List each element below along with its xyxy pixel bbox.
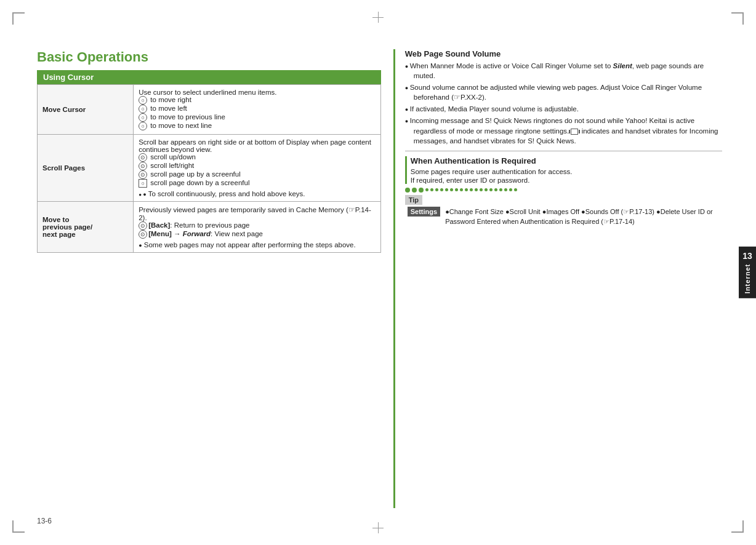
dot <box>430 188 433 191</box>
icon-scroll-pageup: ⊙ <box>139 170 147 179</box>
settings-label: Settings <box>408 207 440 217</box>
main-content: Basic Operations Using Cursor Move Curso… <box>37 49 722 508</box>
dot <box>470 188 473 191</box>
tip-label: Tip <box>405 195 422 205</box>
content-scroll-pages: Scroll bar appears on right side or at b… <box>134 135 381 202</box>
settings-text: ●Change Font Size ●Scroll Unit ●Images O… <box>445 207 722 227</box>
table-row: Move Cursor Use cursor to select underli… <box>38 85 381 135</box>
dot <box>440 188 443 191</box>
move-cursor-line4: ○ to move to previous line <box>139 113 376 122</box>
icon-prev: ○ <box>139 113 147 122</box>
web-sound-bullet-4: Incoming message and S! Quick News ringt… <box>405 116 722 145</box>
dot <box>435 188 438 191</box>
web-sound-bullet-2: Sound volume cannot be adjusted while vi… <box>405 82 722 102</box>
scroll-bullet: ● To scroll continuously, press and hold… <box>139 190 376 197</box>
auth-line1: Some pages require user authentication f… <box>411 168 722 175</box>
dot <box>499 188 502 191</box>
dot <box>489 188 493 191</box>
dot <box>504 188 507 191</box>
move-cursor-line5: ○ to move to next line <box>139 122 376 130</box>
movepage-line1: Previously viewed pages are temporarily … <box>139 205 376 221</box>
move-cursor-line1: Use cursor to select underlined menu ite… <box>139 89 376 96</box>
auth-section: When Authentication is Required Some pag… <box>405 156 722 184</box>
dot <box>485 188 488 191</box>
scroll-line3: ⊙ scroll left/right <box>139 162 376 170</box>
dot <box>465 188 468 191</box>
dot <box>455 188 458 191</box>
icon-scroll-updown: ⊙ <box>139 153 147 162</box>
icon-menu: ⊙ <box>139 230 147 239</box>
auth-line2: If required, enter user ID or password. <box>411 177 722 184</box>
dot <box>475 188 478 191</box>
page-number: 13-6 <box>37 517 52 525</box>
table-row: Move to previous page/ next page Previou… <box>38 202 381 253</box>
icon-next: ○ <box>139 122 147 130</box>
dot <box>460 188 463 191</box>
scroll-line5: ○ scroll page down by a screenful <box>139 179 376 188</box>
dot <box>425 188 428 191</box>
section-title: Basic Operations <box>37 49 381 65</box>
web-sound-title: Web Page Sound Volume <box>405 49 722 58</box>
movepage-line2: ⊙[Back]: Return to previous page <box>139 221 376 230</box>
content-table: Move Cursor Use cursor to select underli… <box>37 84 381 253</box>
label-move-page: Move to previous page/ next page <box>38 202 134 253</box>
label-scroll-pages: Scroll Pages <box>38 135 134 202</box>
corner-mark-tr <box>731 12 744 25</box>
dot <box>509 188 512 191</box>
tip-bar: Tip <box>405 195 722 205</box>
scroll-line2: ⊙ scroll up/down <box>139 153 376 162</box>
label-move-cursor: Move Cursor <box>38 85 134 135</box>
icon-back: ⊙ <box>139 221 147 230</box>
dot <box>450 188 453 191</box>
movepage-line3: ⊙[Menu] → Forward: View next page <box>139 230 376 239</box>
corner-mark-br <box>731 520 744 533</box>
dotted-separator <box>405 188 722 193</box>
scroll-line1: Scroll bar appears on right side or at b… <box>139 138 376 153</box>
dot <box>494 188 497 191</box>
scroll-line4: ⊙ scroll page up by a screenful <box>139 170 376 179</box>
vibrate-icon <box>571 129 578 135</box>
move-cursor-line2: ○ to move right <box>139 96 376 105</box>
corner-mark-bl <box>12 520 25 533</box>
dot <box>480 188 483 191</box>
icon-scroll-lr: ⊙ <box>139 162 147 170</box>
dot <box>419 188 424 193</box>
content-move-cursor: Use cursor to select underlined menu ite… <box>134 85 381 135</box>
side-tab-number: 13 <box>742 252 752 260</box>
auth-title: When Authentication is Required <box>411 156 722 165</box>
right-column: Web Page Sound Volume When Manner Mode i… <box>393 49 722 508</box>
side-tab-text: Internet <box>744 264 751 293</box>
icon-right: ○ <box>139 96 147 105</box>
right-divider <box>405 151 722 151</box>
subsection-heading: Using Cursor <box>37 70 381 84</box>
move-cursor-line3: ○ to move left <box>139 105 376 113</box>
web-sound-bullet-1: When Manner Mode is active or Voice Call… <box>405 61 722 81</box>
corner-mark-tl <box>12 12 25 25</box>
movepage-bullet: ● Some web pages may not appear after pe… <box>139 241 376 249</box>
content-move-page: Previously viewed pages are temporarily … <box>134 202 381 253</box>
left-column: Basic Operations Using Cursor Move Curso… <box>37 49 393 508</box>
icon-left: ○ <box>139 105 147 113</box>
table-row: Scroll Pages Scroll bar appears on right… <box>38 135 381 202</box>
side-tab: 13 Internet <box>739 247 756 298</box>
dot <box>405 188 410 193</box>
web-sound-bullet-3: If activated, Media Player sound volume … <box>405 104 722 114</box>
dot <box>445 188 448 191</box>
dot <box>514 188 517 191</box>
dot <box>412 188 417 193</box>
icon-scroll-pagedown: ○ <box>139 179 147 188</box>
settings-bar: Settings ●Change Font Size ●Scroll Unit … <box>405 207 722 227</box>
